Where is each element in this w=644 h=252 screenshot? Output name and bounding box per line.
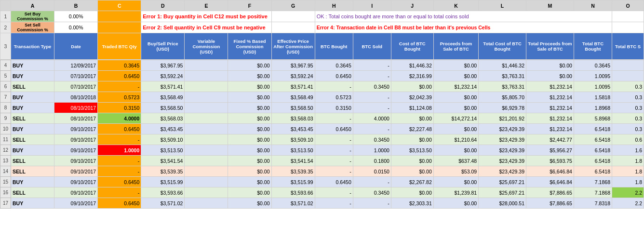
table-row: 5BUY07/10/20170.6450$3,592.24$0.00$3,592… bbox=[0, 71, 644, 81]
cell-btc-bought: - bbox=[315, 81, 353, 92]
cell-eff-price: $3,453.45 bbox=[271, 124, 315, 134]
cell-qty[interactable]: - bbox=[98, 166, 141, 177]
cell-total-cost: $23,429.39 bbox=[479, 156, 526, 166]
cell-qty[interactable]: - bbox=[98, 134, 141, 145]
cell-total-bought: 7.8318 bbox=[574, 198, 612, 209]
header-price: Buy/Sell Price (USD) bbox=[141, 33, 185, 60]
row-num: 11 bbox=[0, 134, 11, 145]
cell-date: 07/10/2017 bbox=[54, 71, 98, 81]
table-row: 14SELL09/10/2017-$3,539.35$0.00$3,539.35… bbox=[0, 166, 644, 177]
header-eff-price: Effective Price After Commission (USD) bbox=[271, 33, 315, 60]
col-g-header: G bbox=[271, 0, 315, 11]
cell-qty[interactable]: 0.6450 bbox=[98, 177, 141, 187]
col-k-header: K bbox=[433, 0, 478, 11]
cell-date: 09/10/2017 bbox=[54, 145, 98, 156]
cell-type: BUY bbox=[11, 198, 54, 209]
cell-type: SELL bbox=[11, 187, 54, 198]
cell-var-comm bbox=[185, 177, 228, 187]
cell-qty[interactable]: - bbox=[98, 187, 141, 198]
cell-total-sold: 0.3 bbox=[612, 103, 644, 113]
col-h-header: H bbox=[315, 0, 353, 11]
cell-price: $3,453.45 bbox=[141, 124, 185, 134]
error2-message: Error 2: Sell quantity in Cell C9 must b… bbox=[141, 22, 271, 33]
cell-total-proceeds: $6,646.84 bbox=[526, 177, 574, 187]
cell-total-proceeds: $2,442.77 bbox=[526, 134, 574, 145]
row-2-num: 2 bbox=[0, 22, 11, 33]
buy-commission-label: Set Buy Commission % bbox=[11, 11, 54, 22]
table-row: 9SELL08/10/20174.0000$3,568.03$0.00$3,56… bbox=[0, 113, 644, 124]
cell-qty[interactable]: 0.5723 bbox=[98, 92, 141, 103]
cell-date: 09/10/2017 bbox=[54, 177, 98, 187]
header-proceeds: Proceeds from Sale of BTC bbox=[433, 33, 478, 60]
header-total-sold: Total BTC S bbox=[612, 33, 644, 60]
cell-total-sold: 0.3 bbox=[612, 92, 644, 103]
header-total-cost: Total Cost of BTC Bought bbox=[479, 33, 526, 60]
cell-date: 08/10/2017 bbox=[54, 103, 98, 113]
cell-total-sold: 1.8 bbox=[612, 177, 644, 187]
row-3-num: 3 bbox=[0, 33, 11, 60]
cell-price: $3,539.35 bbox=[141, 166, 185, 177]
cell-qty[interactable]: 0.3150 bbox=[98, 103, 141, 113]
cell-qty[interactable]: 0.6450 bbox=[98, 71, 141, 81]
cell-btc-bought: 0.3150 bbox=[315, 103, 353, 113]
cell-var-comm bbox=[185, 166, 228, 177]
cell-total-sold: 1.8 bbox=[612, 166, 644, 177]
cell-var-comm bbox=[185, 71, 228, 81]
table-row: 12BUY09/10/20171.0000$3,513.50$0.00$3,51… bbox=[0, 145, 644, 156]
col-d-header: D bbox=[141, 0, 185, 11]
cell-qty[interactable]: 4.0000 bbox=[98, 113, 141, 124]
row-2: 2 Set Sell Commission % 0.00% Error 2: S… bbox=[0, 22, 644, 33]
cell-fixed-comm: $0.00 bbox=[228, 134, 271, 145]
cell-type: SELL bbox=[11, 166, 54, 177]
cell-qty[interactable]: 0.3645 bbox=[98, 60, 141, 71]
cell-date: 09/10/2017 bbox=[54, 187, 98, 198]
end-row1 bbox=[612, 11, 644, 22]
cell-qty[interactable]: 0.6450 bbox=[98, 124, 141, 134]
cell-total-cost: $28,000.51 bbox=[479, 198, 526, 209]
cell-total-cost: $5,805.70 bbox=[479, 92, 526, 103]
col-a-header: A bbox=[11, 0, 54, 11]
cell-btc-bought: - bbox=[315, 187, 353, 198]
cell-btc-sold: 4.0000 bbox=[353, 113, 391, 124]
cell-type: BUY bbox=[11, 145, 54, 156]
cell-total-bought: 6.5418 bbox=[574, 166, 612, 177]
cell-total-sold: 1.8 bbox=[612, 156, 644, 166]
header-date: Date bbox=[54, 33, 98, 60]
row-num: 14 bbox=[0, 166, 11, 177]
cell-total-sold bbox=[612, 71, 644, 81]
buy-commission-value[interactable]: 0.00% bbox=[54, 11, 98, 22]
cell-btc-sold: 0.3450 bbox=[353, 187, 391, 198]
cell-price: $3,568.03 bbox=[141, 113, 185, 124]
cell-total-bought: 1.8968 bbox=[574, 103, 612, 113]
col-header-row: A B C D E F G H I J K L M N O bbox=[0, 0, 644, 11]
cell-eff-price: $3,571.02 bbox=[271, 198, 315, 209]
cell-var-comm bbox=[185, 198, 228, 209]
cell-date: 08/10/2017 bbox=[54, 113, 98, 124]
cell-total-proceeds: $7,886.65 bbox=[526, 198, 574, 209]
sell-commission-value[interactable]: 0.00% bbox=[54, 22, 98, 33]
cell-cost-bought: $0.00 bbox=[391, 81, 433, 92]
cell-proceeds: $0.00 bbox=[433, 103, 478, 113]
cell-qty[interactable]: - bbox=[98, 156, 141, 166]
cell-cost-bought: $2,303.31 bbox=[391, 198, 433, 209]
cell-btc-bought: 0.6450 bbox=[315, 177, 353, 187]
cell-qty[interactable]: - bbox=[98, 81, 141, 92]
cell-qty[interactable]: 1.0000 bbox=[98, 145, 141, 156]
cell-total-proceeds: $0.00 bbox=[526, 71, 574, 81]
cell-total-bought: 1.0095 bbox=[574, 71, 612, 81]
cell-cost-bought: $2,316.99 bbox=[391, 71, 433, 81]
table-row: 11SELL09/10/2017-$3,509.10$0.00$3,509.10… bbox=[0, 134, 644, 145]
cell-qty[interactable]: 0.6450 bbox=[98, 198, 141, 209]
cell-eff-price: $3,568.49 bbox=[271, 92, 315, 103]
cell-total-bought: 7.1868 bbox=[574, 177, 612, 187]
col-c-row1 bbox=[98, 11, 141, 22]
cell-date: 09/10/2017 bbox=[54, 198, 98, 209]
cell-total-cost: $21,201.92 bbox=[479, 113, 526, 124]
cell-price: $3,515.99 bbox=[141, 177, 185, 187]
cell-total-cost: $1,446.32 bbox=[479, 60, 526, 71]
row-num: 17 bbox=[0, 198, 11, 209]
cell-type: SELL bbox=[11, 156, 54, 166]
cell-total-bought: 1.5818 bbox=[574, 92, 612, 103]
cell-btc-bought: 0.5723 bbox=[315, 92, 353, 103]
table-row: 15BUY09/10/20170.6450$3,515.99$0.00$3,51… bbox=[0, 177, 644, 187]
